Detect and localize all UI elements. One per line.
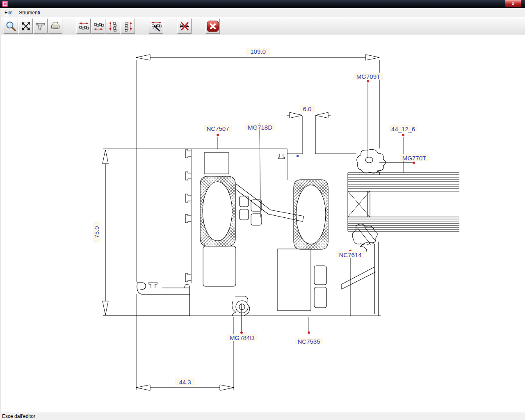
part-label-mg770t: MG770T bbox=[402, 155, 426, 162]
delete-dimension-button[interactable] bbox=[177, 18, 192, 34]
toolbar-separator bbox=[192, 26, 205, 26]
zoom-button[interactable] bbox=[4, 18, 18, 34]
drawing-canvas[interactable]: 109.0 6.0 75.0 bbox=[0, 35, 525, 413]
dimension-value-44: 44.3 bbox=[179, 379, 191, 386]
caliper-icon bbox=[35, 21, 46, 32]
part-label-mg709t: MG709T bbox=[356, 73, 380, 80]
dimension-left-button[interactable] bbox=[106, 18, 120, 34]
dimension-total-width: 109.0 bbox=[136, 48, 379, 390]
part-label-nc7507: NC7507 bbox=[206, 125, 229, 132]
part-label-mg718d: MG718D bbox=[248, 124, 272, 131]
menu-bar: File Strumenti bbox=[0, 8, 525, 17]
status-bar: Esce dall'editor bbox=[0, 413, 525, 420]
fit-view-button[interactable] bbox=[18, 18, 33, 34]
part-label-nc7614: NC7614 bbox=[339, 251, 361, 258]
toolbar-separator bbox=[135, 26, 149, 26]
part-label-nc7535: NC7535 bbox=[297, 338, 320, 345]
dimension-right-icon bbox=[123, 21, 133, 32]
exit-red-x-icon bbox=[207, 21, 219, 32]
print-button[interactable] bbox=[48, 18, 62, 34]
dimension-above-button[interactable] bbox=[76, 18, 91, 34]
snap-point-marker bbox=[297, 155, 299, 157]
dimension-bottom-width: 44.3 bbox=[136, 317, 234, 390]
dimension-value-109: 109.0 bbox=[250, 48, 266, 55]
sash-profile bbox=[277, 154, 379, 316]
dimension-total-height: 75.0 bbox=[93, 149, 189, 315]
glass-unit bbox=[348, 173, 459, 231]
dimension-above-icon bbox=[78, 21, 89, 32]
dimension-below-button[interactable] bbox=[91, 18, 105, 34]
printer-icon bbox=[50, 21, 61, 32]
window-close-button[interactable]: x bbox=[505, 0, 521, 7]
status-text: Esce dall'editor bbox=[2, 413, 35, 419]
dimension-value-6: 6.0 bbox=[303, 105, 312, 112]
frame-profile bbox=[137, 149, 381, 316]
dimension-wand-icon bbox=[151, 21, 162, 32]
magnifier-icon bbox=[6, 21, 16, 32]
fit-arrows-icon bbox=[21, 21, 31, 32]
menu-file[interactable]: File bbox=[1, 9, 16, 17]
menu-file-rest: ile bbox=[7, 10, 12, 16]
toolbar-separator bbox=[63, 26, 76, 26]
title-bar: x bbox=[0, 0, 525, 8]
grid-window-icon bbox=[2, 1, 8, 7]
part-label-mg784d: MG784D bbox=[230, 334, 254, 341]
dimension-below-icon bbox=[93, 21, 104, 32]
toolbar-separator bbox=[164, 26, 177, 26]
profile-drawing: 109.0 6.0 75.0 bbox=[1, 35, 525, 413]
measure-button[interactable] bbox=[33, 18, 48, 34]
dimension-right-button[interactable] bbox=[121, 18, 135, 34]
exit-editor-button[interactable] bbox=[205, 18, 220, 34]
part-label-44-12-6: 44_12_6 bbox=[391, 126, 415, 132]
menu-strumenti-rest: trumenti bbox=[22, 10, 40, 16]
menu-strumenti[interactable]: Strumenti bbox=[16, 9, 43, 17]
part-labels: NC7507 MG718D MG709T 44_12_6 MG770T bbox=[204, 73, 429, 345]
app-window: x File Strumenti bbox=[0, 0, 525, 420]
dimension-value-75: 75.0 bbox=[93, 226, 100, 238]
gasket-profiles bbox=[232, 149, 386, 316]
dimension-rib-width: 6.0 bbox=[287, 105, 331, 154]
toolbar bbox=[0, 17, 525, 35]
dimension-delete-icon bbox=[179, 21, 190, 32]
auto-dimension-button[interactable] bbox=[149, 18, 163, 34]
dimension-left-icon bbox=[108, 21, 119, 32]
